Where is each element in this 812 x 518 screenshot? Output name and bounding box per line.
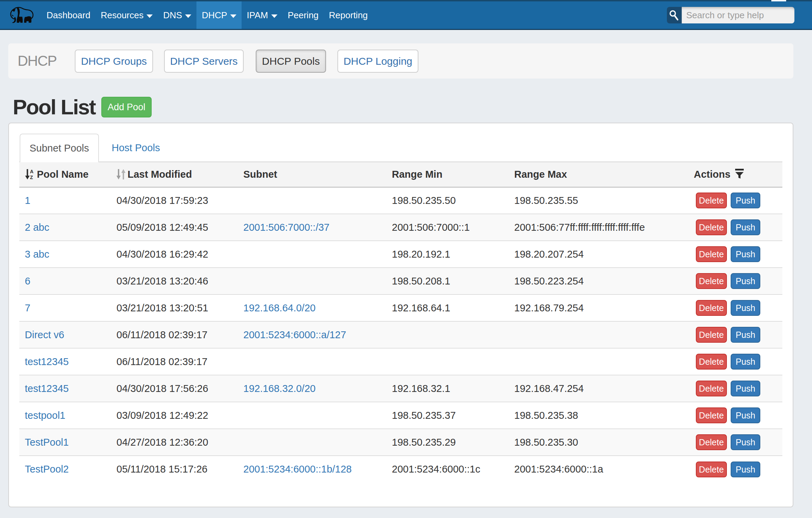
svg-text:A: A [30, 169, 33, 174]
svg-text:Z: Z [30, 175, 33, 179]
